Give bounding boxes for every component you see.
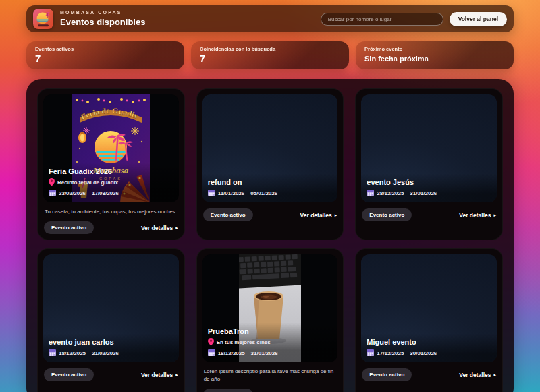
event-dates-row: 17/12/2025 – 30/01/2026 <box>367 349 491 357</box>
event-image-placeholder: evento juan carlos 18/12/2025 – 21/02/20… <box>43 254 179 362</box>
stat-value: 7 <box>200 53 340 63</box>
event-title: evento juan carlos <box>49 338 173 346</box>
events-panel: Feria de Guadix <box>26 79 514 392</box>
brand-block: MOMBASA COPAS Eventos disponibles <box>60 10 145 28</box>
view-details-link[interactable]: Ver detalles ▸ <box>459 372 496 379</box>
calendar-icon <box>208 189 215 197</box>
event-image-placeholder: evento Jesús 28/12/2025 – 31/01/2026 <box>361 94 497 202</box>
calendar-icon <box>49 189 56 197</box>
event-dates: 18/12/2025 – 31/01/2026 <box>218 350 278 356</box>
page-shell: MOMBASA COPAS Eventos disponibles Volver… <box>26 0 514 392</box>
chevron-right-icon: ▸ <box>493 213 496 217</box>
event-image-cup-photo: PruebaTron En tus mejores cines 18/12/20… <box>202 254 338 362</box>
events-grid: Feria de Guadix <box>37 88 503 392</box>
event-title: evento Jesús <box>367 178 491 186</box>
event-overlay: evento juan carlos 18/12/2025 – 21/02/20… <box>43 333 179 362</box>
stat-label: Eventos activos <box>35 46 176 52</box>
event-dates: 23/02/2026 – 17/03/2026 <box>59 190 119 196</box>
card-footer: Evento activo Ver detalles ▸ <box>43 221 179 234</box>
view-details-link[interactable]: Ver detalles ▸ <box>141 372 178 379</box>
search-input[interactable] <box>321 13 443 26</box>
status-badge: Evento activo <box>203 208 253 221</box>
card-footer: Evento activo Ver detalles ▸ <box>361 208 497 221</box>
back-to-panel-button[interactable]: Volver al panel <box>450 12 507 26</box>
stats-row: Eventos activos 7 Coincidencias con la b… <box>26 41 514 69</box>
stat-label: Próximo evento <box>364 46 505 52</box>
event-title: Miguel evento <box>367 338 491 346</box>
event-image-placeholder: Miguel evento 17/12/2025 – 30/01/2026 <box>361 254 497 362</box>
event-dates-row: 28/12/2025 – 31/01/2026 <box>367 189 491 197</box>
status-badge: Evento activo <box>362 368 412 381</box>
event-card-pruebatron: PruebaTron En tus mejores cines 18/12/20… <box>196 248 344 392</box>
event-location: Recinto ferial de guadix <box>57 179 118 186</box>
event-dates-row: 18/12/2025 – 31/01/2026 <box>208 349 333 357</box>
event-overlay: Feria Guadix 2026 Recinto ferial de guad… <box>43 163 179 202</box>
event-dates-row: 23/02/2026 – 17/03/2026 <box>49 189 173 197</box>
stat-value: 7 <box>35 53 176 63</box>
page-title: Eventos disponibles <box>60 17 145 28</box>
top-bar: MOMBASA COPAS Eventos disponibles Volver… <box>26 5 514 32</box>
card-footer: Evento activo Ver detalles ▸ <box>202 208 338 221</box>
event-dates: 18/12/2025 – 21/02/2026 <box>59 350 119 356</box>
chevron-right-icon: ▸ <box>176 372 178 377</box>
event-title: refund on <box>208 178 333 186</box>
event-overlay: PruebaTron En tus mejores cines 18/12/20… <box>202 323 338 362</box>
brand-name: MOMBASA COPAS <box>60 10 145 16</box>
event-dates: 28/12/2025 – 31/01/2026 <box>377 190 437 196</box>
event-location-row: En tus mejores cines <box>208 338 333 346</box>
event-dates: 11/01/2026 – 05/01/2026 <box>218 190 278 196</box>
view-details-link[interactable]: Ver detalles ▸ <box>300 212 338 219</box>
calendar-icon <box>49 349 56 357</box>
view-details-link[interactable]: Ver detalles ▸ <box>141 225 178 231</box>
stat-value: Sin fecha próxima <box>364 55 505 63</box>
view-details-link[interactable]: Ver detalles ▸ <box>459 212 496 219</box>
status-badge: Evento activo <box>44 221 94 234</box>
chevron-right-icon: ▸ <box>176 225 178 230</box>
brand-logo-icon <box>33 9 53 29</box>
event-overlay: Miguel evento 17/12/2025 – 30/01/2026 <box>361 333 497 362</box>
chevron-right-icon: ▸ <box>493 372 496 377</box>
stat-next-event: Próximo evento Sin fecha próxima <box>356 41 514 69</box>
event-card-evento-juan-carlos: evento juan carlos 18/12/2025 – 21/02/20… <box>37 248 185 392</box>
event-card-evento-jesus: evento Jesús 28/12/2025 – 31/01/2026 Eve… <box>355 88 503 240</box>
calendar-icon <box>367 189 374 197</box>
stat-active-events: Eventos activos 7 <box>26 41 184 69</box>
event-title: Feria Guadix 2026 <box>49 167 173 175</box>
event-card-refund-on: refund on 11/01/2026 – 05/01/2026 Evento… <box>196 88 344 240</box>
event-card-miguel-evento: Miguel evento 17/12/2025 – 30/01/2026 Ev… <box>355 248 503 392</box>
event-overlay: evento Jesús 28/12/2025 – 31/01/2026 <box>361 173 497 202</box>
event-location: En tus mejores cines <box>217 339 271 345</box>
event-image-placeholder: refund on 11/01/2026 – 05/01/2026 <box>202 94 338 202</box>
event-card-feria-guadix: Feria de Guadix <box>37 88 185 240</box>
stat-label: Coincidencias con la búsqueda <box>200 46 340 52</box>
calendar-icon <box>208 349 215 357</box>
card-footer: Evento activo Ver detalles ▸ <box>43 368 179 381</box>
status-badge: Evento activo <box>203 389 253 392</box>
location-pin-icon <box>49 178 55 186</box>
event-title: PruebaTron <box>208 327 333 335</box>
event-location-row: Recinto ferial de guadix <box>49 178 173 186</box>
event-description: Loren ipsum descriptio para la rave más … <box>204 368 337 383</box>
card-footer: Evento activo Ver detalles ▸ <box>361 368 497 381</box>
event-dates-row: 18/12/2025 – 21/02/2026 <box>49 349 173 357</box>
event-description: Tu caseta, tu ambiente, tus copas, tus m… <box>45 208 178 215</box>
stat-search-matches: Coincidencias con la búsqueda 7 <box>191 41 349 69</box>
event-dates: 17/12/2025 – 30/01/2026 <box>377 350 437 356</box>
card-footer: Evento activo Ver detalles ▸ <box>202 389 338 392</box>
calendar-icon <box>367 349 374 357</box>
event-dates-row: 11/01/2026 – 05/01/2026 <box>208 189 333 197</box>
event-overlay: refund on 11/01/2026 – 05/01/2026 <box>202 173 338 202</box>
location-pin-icon <box>208 338 214 346</box>
status-badge: Evento activo <box>44 368 94 381</box>
event-image-feria-poster: Feria de Guadix <box>43 94 179 202</box>
chevron-right-icon: ▸ <box>335 213 338 217</box>
status-badge: Evento activo <box>362 208 412 221</box>
